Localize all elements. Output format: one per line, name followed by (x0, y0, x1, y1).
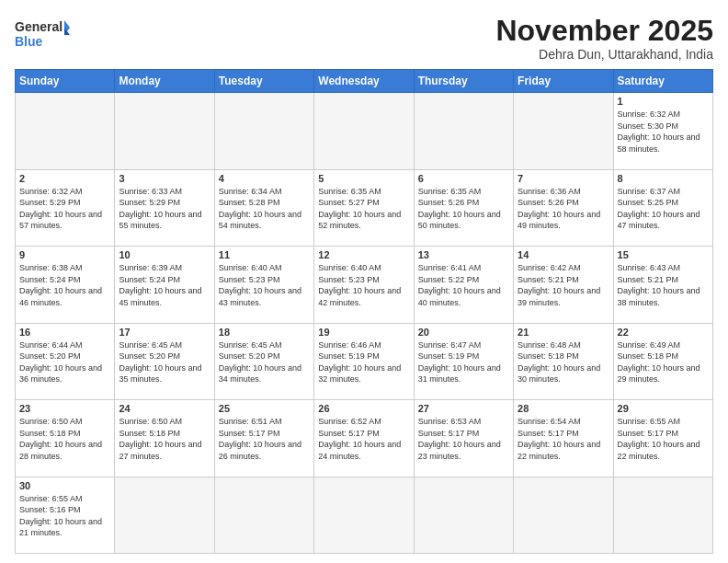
calendar-header-row: SundayMondayTuesdayWednesdayThursdayFrid… (16, 70, 713, 93)
day-number: 28 (518, 403, 609, 414)
calendar-day-cell: 5Sunrise: 6:35 AM Sunset: 5:27 PM Daylig… (314, 169, 414, 246)
logo-svg: General Blue (15, 15, 70, 55)
calendar-header-wednesday: Wednesday (314, 70, 414, 93)
calendar-day-cell: 8Sunrise: 6:37 AM Sunset: 5:25 PM Daylig… (613, 169, 712, 246)
day-info: Sunrise: 6:40 AM Sunset: 5:23 PM Dayligh… (318, 262, 409, 308)
calendar-day-cell: 15Sunrise: 6:43 AM Sunset: 5:21 PM Dayli… (613, 247, 712, 323)
calendar-day-cell: 3Sunrise: 6:33 AM Sunset: 5:29 PM Daylig… (115, 169, 214, 246)
calendar-day-cell (16, 93, 115, 169)
calendar-week-row: 23Sunrise: 6:50 AM Sunset: 5:18 PM Dayli… (16, 400, 713, 477)
day-info: Sunrise: 6:49 AM Sunset: 5:18 PM Dayligh… (618, 339, 709, 385)
day-number: 10 (119, 249, 210, 260)
calendar-day-cell: 6Sunrise: 6:35 AM Sunset: 5:26 PM Daylig… (414, 169, 513, 246)
day-number: 27 (418, 403, 509, 414)
day-info: Sunrise: 6:40 AM Sunset: 5:23 PM Dayligh… (219, 262, 310, 308)
page: General Blue November 2025 Dehra Dun, Ut… (0, 0, 728, 563)
day-info: Sunrise: 6:55 AM Sunset: 5:16 PM Dayligh… (19, 493, 110, 539)
day-number: 16 (19, 327, 110, 338)
day-number: 23 (19, 403, 110, 414)
day-info: Sunrise: 6:47 AM Sunset: 5:19 PM Dayligh… (418, 339, 509, 385)
svg-text:Blue: Blue (15, 34, 43, 49)
day-number: 26 (318, 403, 409, 414)
day-info: Sunrise: 6:41 AM Sunset: 5:22 PM Dayligh… (418, 262, 509, 308)
calendar-day-cell: 13Sunrise: 6:41 AM Sunset: 5:22 PM Dayli… (414, 247, 513, 323)
calendar-day-cell (214, 477, 313, 553)
calendar-day-cell (115, 93, 214, 169)
day-info: Sunrise: 6:37 AM Sunset: 5:25 PM Dayligh… (618, 186, 709, 232)
day-number: 25 (219, 403, 310, 414)
calendar-day-cell: 19Sunrise: 6:46 AM Sunset: 5:19 PM Dayli… (314, 323, 414, 399)
day-info: Sunrise: 6:53 AM Sunset: 5:17 PM Dayligh… (418, 416, 509, 462)
calendar-day-cell (314, 93, 414, 169)
logo: General Blue (15, 15, 70, 55)
calendar-day-cell: 17Sunrise: 6:45 AM Sunset: 5:20 PM Dayli… (115, 323, 214, 399)
calendar-day-cell: 29Sunrise: 6:55 AM Sunset: 5:17 PM Dayli… (613, 400, 712, 477)
day-info: Sunrise: 6:45 AM Sunset: 5:20 PM Dayligh… (119, 339, 210, 385)
day-number: 24 (119, 403, 210, 414)
calendar-header-tuesday: Tuesday (214, 70, 313, 93)
calendar-day-cell (115, 477, 214, 553)
calendar-day-cell (314, 477, 414, 553)
day-info: Sunrise: 6:32 AM Sunset: 5:29 PM Dayligh… (19, 186, 110, 232)
calendar-day-cell: 10Sunrise: 6:39 AM Sunset: 5:24 PM Dayli… (115, 247, 214, 323)
calendar-day-cell: 11Sunrise: 6:40 AM Sunset: 5:23 PM Dayli… (214, 247, 313, 323)
calendar-header-saturday: Saturday (613, 70, 712, 93)
calendar-day-cell: 23Sunrise: 6:50 AM Sunset: 5:18 PM Dayli… (16, 400, 115, 477)
title-block: November 2025 Dehra Dun, Uttarakhand, In… (495, 15, 713, 62)
day-number: 1 (618, 96, 709, 107)
calendar-day-cell (414, 93, 513, 169)
calendar-day-cell (214, 93, 313, 169)
day-number: 8 (618, 173, 709, 184)
calendar-header-monday: Monday (115, 70, 214, 93)
day-info: Sunrise: 6:39 AM Sunset: 5:24 PM Dayligh… (119, 262, 210, 308)
day-number: 18 (219, 327, 310, 338)
day-number: 6 (418, 173, 509, 184)
day-info: Sunrise: 6:35 AM Sunset: 5:26 PM Dayligh… (418, 186, 509, 232)
calendar-day-cell: 24Sunrise: 6:50 AM Sunset: 5:18 PM Dayli… (115, 400, 214, 477)
calendar-day-cell: 22Sunrise: 6:49 AM Sunset: 5:18 PM Dayli… (613, 323, 712, 399)
day-info: Sunrise: 6:32 AM Sunset: 5:30 PM Dayligh… (618, 109, 709, 155)
calendar-day-cell (414, 477, 513, 553)
calendar-header-friday: Friday (514, 70, 613, 93)
calendar-day-cell: 2Sunrise: 6:32 AM Sunset: 5:29 PM Daylig… (16, 169, 115, 246)
calendar-week-row: 16Sunrise: 6:44 AM Sunset: 5:20 PM Dayli… (16, 323, 713, 399)
day-number: 7 (518, 173, 609, 184)
day-info: Sunrise: 6:44 AM Sunset: 5:20 PM Dayligh… (19, 339, 110, 385)
calendar-day-cell (613, 477, 712, 553)
day-info: Sunrise: 6:54 AM Sunset: 5:17 PM Dayligh… (518, 416, 609, 462)
calendar-header-thursday: Thursday (414, 70, 513, 93)
calendar-header-sunday: Sunday (16, 70, 115, 93)
calendar-day-cell: 14Sunrise: 6:42 AM Sunset: 5:21 PM Dayli… (514, 247, 613, 323)
day-number: 13 (418, 249, 509, 260)
calendar-day-cell: 27Sunrise: 6:53 AM Sunset: 5:17 PM Dayli… (414, 400, 513, 477)
day-info: Sunrise: 6:33 AM Sunset: 5:29 PM Dayligh… (119, 186, 210, 232)
day-number: 5 (318, 173, 409, 184)
day-number: 11 (219, 249, 310, 260)
calendar-week-row: 1Sunrise: 6:32 AM Sunset: 5:30 PM Daylig… (16, 93, 713, 169)
day-info: Sunrise: 6:34 AM Sunset: 5:28 PM Dayligh… (219, 186, 310, 232)
calendar-day-cell: 21Sunrise: 6:48 AM Sunset: 5:18 PM Dayli… (514, 323, 613, 399)
day-info: Sunrise: 6:50 AM Sunset: 5:18 PM Dayligh… (19, 416, 110, 462)
day-number: 21 (518, 327, 609, 338)
calendar-day-cell: 9Sunrise: 6:38 AM Sunset: 5:24 PM Daylig… (16, 247, 115, 323)
location: Dehra Dun, Uttarakhand, India (495, 47, 713, 62)
day-number: 2 (19, 173, 110, 184)
header: General Blue November 2025 Dehra Dun, Ut… (15, 15, 713, 62)
calendar-day-cell: 4Sunrise: 6:34 AM Sunset: 5:28 PM Daylig… (214, 169, 313, 246)
calendar-day-cell: 18Sunrise: 6:45 AM Sunset: 5:20 PM Dayli… (214, 323, 313, 399)
day-number: 19 (318, 327, 409, 338)
day-info: Sunrise: 6:42 AM Sunset: 5:21 PM Dayligh… (518, 262, 609, 308)
calendar-week-row: 30Sunrise: 6:55 AM Sunset: 5:16 PM Dayli… (16, 477, 713, 553)
calendar-table: SundayMondayTuesdayWednesdayThursdayFrid… (15, 69, 713, 554)
day-info: Sunrise: 6:50 AM Sunset: 5:18 PM Dayligh… (119, 416, 210, 462)
day-number: 4 (219, 173, 310, 184)
day-info: Sunrise: 6:46 AM Sunset: 5:19 PM Dayligh… (318, 339, 409, 385)
day-info: Sunrise: 6:38 AM Sunset: 5:24 PM Dayligh… (19, 262, 110, 308)
day-info: Sunrise: 6:36 AM Sunset: 5:26 PM Dayligh… (518, 186, 609, 232)
day-info: Sunrise: 6:51 AM Sunset: 5:17 PM Dayligh… (219, 416, 310, 462)
day-number: 9 (19, 249, 110, 260)
day-number: 14 (518, 249, 609, 260)
calendar-day-cell: 20Sunrise: 6:47 AM Sunset: 5:19 PM Dayli… (414, 323, 513, 399)
day-info: Sunrise: 6:48 AM Sunset: 5:18 PM Dayligh… (518, 339, 609, 385)
day-number: 30 (19, 480, 110, 491)
